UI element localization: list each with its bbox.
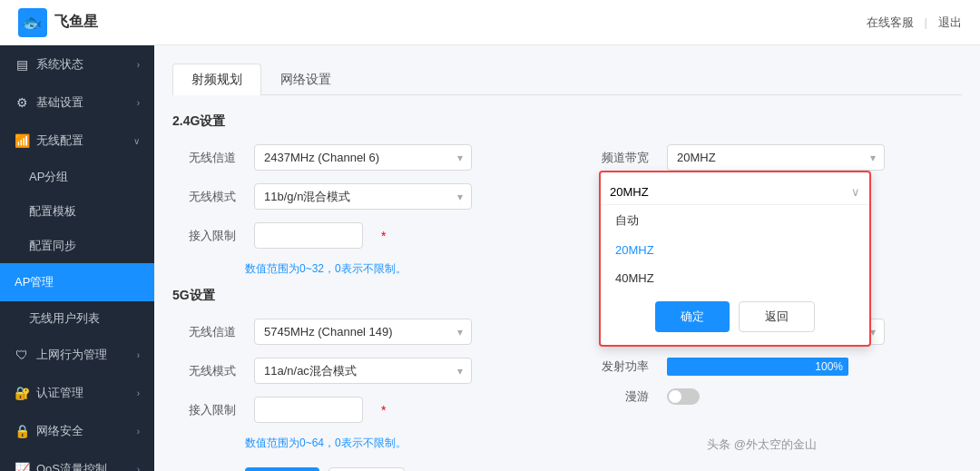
sidebar-label-auth: 认证管理 [36,385,83,401]
dropdown-option-40mhz[interactable]: 40MHZ [601,264,869,292]
5g-access-limit-input[interactable]: 0 [254,397,363,423]
hint-5g: 数值范围为0~64，0表示不限制。 [245,436,549,451]
form-row-5g-access-limit: 接入限制 0 * [172,397,549,423]
form-row-5g-roaming: 漫游 [585,388,962,405]
channel-label: 无线信道 [172,150,236,166]
basic-settings-icon: ⚙ [15,95,29,110]
security-icon: 🔒 [15,424,29,438]
mode-select[interactable]: 11b/g/n混合模式 [254,183,472,210]
chevron-icon: › [137,427,140,437]
sidebar-label-ap-group: AP分组 [29,169,68,185]
dropdown-selected-value: 20MHZ [610,185,649,199]
sidebar-item-qos[interactable]: 📈 QoS流量控制 › [0,450,154,471]
tab-bar: 射频规划 网络设置 [172,64,962,95]
sidebar-item-config-sync[interactable]: 配置同步 [0,229,154,263]
dropdown-actions: 确定 返回 [601,292,869,338]
chevron-icon: › [137,98,140,108]
bandwidth-select[interactable]: 20MHZ [667,144,885,171]
form-row-5g-channel: 无线信道 5745MHz (Channel 149) [172,319,549,345]
form-row-mode: 无线模式 11b/g/n混合模式 [172,183,549,210]
channel-select-wrapper[interactable]: 2437MHz (Channel 6) [254,144,472,171]
5g-mode-select[interactable]: 11a/n/ac混合模式 [254,358,472,384]
hint-2g: 数值范围为0~32，0表示不限制。 [245,261,549,277]
sidebar-item-config-template[interactable]: 配置模板 [0,194,154,229]
form-row-5g-mode: 无线模式 11a/n/ac混合模式 [172,358,549,384]
tx-power-value: 100% [815,360,843,373]
sidebar-item-basic-settings[interactable]: ⚙ 基础设置 › [0,83,154,122]
sidebar-item-wireless-config[interactable]: 📶 无线配置 ∨ [0,122,154,160]
5g-mode-select-wrapper[interactable]: 11a/n/ac混合模式 [254,358,472,384]
bandwidth-dropdown-overlay: 20MHZ ∨ 自动 20MHZ 40MHZ 确定 返回 [599,171,871,347]
logo-text: 飞鱼星 [54,13,98,32]
logo-icon: 🐟 [18,8,47,37]
online-service-link[interactable]: 在线客服 [867,15,914,31]
sidebar-label-qos: QoS流量控制 [36,461,107,471]
dropdown-option-auto[interactable]: 自动 [601,205,869,236]
mode-label: 无线模式 [172,189,236,205]
form-2g-left: 无线信道 2437MHz (Channel 6) 无线模式 11b/g/n混合模… [172,144,549,284]
form-row-bandwidth: 频道带宽 20MHZ [585,144,962,171]
dropdown-cancel-button[interactable]: 返回 [739,301,815,332]
sidebar: ▤ 系统状态 › ⚙ 基础设置 › 📶 无线配置 ∨ AP分组 配置模板 配 [0,45,154,471]
dropdown-header-row: 20MHZ ∨ [601,180,869,205]
bottom-confirm-bar: 确定 返回 [172,467,962,471]
sidebar-label-network-security: 网络安全 [36,423,83,439]
sidebar-item-ap-management[interactable]: AP管理 [0,263,154,301]
5g-roaming-label: 漫游 [585,388,649,405]
svg-text:🐟: 🐟 [22,13,43,33]
tab-rf-planning[interactable]: 射频规划 [172,64,261,95]
5g-channel-select[interactable]: 5745MHz (Channel 149) [254,319,472,345]
qos-icon: 📈 [15,462,29,471]
5g-channel-select-wrapper[interactable]: 5745MHz (Channel 149) [254,319,472,345]
dropdown-confirm-button[interactable]: 确定 [655,301,730,332]
form-5g-left: 无线信道 5745MHz (Channel 149) 无线模式 11a/n/ac… [172,319,549,458]
sidebar-label-system-status: 系统状态 [36,56,83,73]
wireless-icon: 📶 [15,133,29,148]
5g-channel-label: 无线信道 [172,324,236,340]
required-star-5g: * [381,403,386,417]
5g-txpower-label: 发射功率 [585,358,649,375]
channel-select[interactable]: 2437MHz (Channel 6) [254,144,472,171]
header: 🐟 飞鱼星 在线客服 | 退出 [0,0,980,45]
sidebar-item-network-security[interactable]: 🔒 网络安全 › [0,412,154,450]
sidebar-item-ap-group[interactable]: AP分组 [0,160,154,194]
logo: 🐟 飞鱼星 [18,8,98,37]
sidebar-item-wireless-user-list[interactable]: 无线用户列表 [0,301,154,336]
dropdown-option-20mhz[interactable]: 20MHZ [601,236,869,264]
form-row-channel: 无线信道 2437MHz (Channel 6) [172,144,549,171]
chevron-icon: › [137,60,140,70]
dropdown-chevron-icon: ∨ [851,185,860,199]
sidebar-label-wireless-config: 无线配置 [36,132,83,149]
main-layout: ▤ 系统状态 › ⚙ 基础设置 › 📶 无线配置 ∨ AP分组 配置模板 配 [0,45,980,471]
tab-network-settings[interactable]: 网络设置 [261,64,350,95]
sidebar-label-config-template: 配置模板 [29,203,76,220]
sidebar-label-ap-management: AP管理 [15,274,54,290]
behavior-icon: 🛡 [15,348,29,362]
sidebar-label-behavior: 上网行为管理 [36,347,107,363]
confirm-button-5g[interactable]: 确定 [245,467,319,471]
sidebar-label-basic-settings: 基础设置 [36,94,83,111]
section-2g-title: 2.4G设置 [172,113,962,130]
bandwidth-label: 频道带宽 [585,150,649,166]
tx-power-progress: 100% [667,358,848,376]
header-right: 在线客服 | 退出 [867,15,962,31]
content-area: 射频规划 网络设置 2.4G设置 无线信道 2437MHz (Channel 6… [154,45,980,471]
access-limit-input[interactable]: 0 [254,222,363,249]
system-status-icon: ▤ [15,57,29,72]
5g-access-limit-label: 接入限制 [172,402,236,418]
sidebar-item-behavior-management[interactable]: 🛡 上网行为管理 › [0,336,154,374]
tx-power-fill: 100% [667,358,848,376]
chevron-icon: › [137,465,140,472]
chevron-icon: › [137,388,140,398]
cancel-button-5g[interactable]: 返回 [328,467,405,471]
chevron-down-icon: ∨ [133,136,140,146]
bandwidth-select-wrapper[interactable]: 20MHZ [667,144,885,171]
header-divider: | [925,15,927,29]
sidebar-item-system-status[interactable]: ▤ 系统状态 › [0,45,154,83]
mode-select-wrapper[interactable]: 11b/g/n混合模式 [254,183,472,210]
logout-link[interactable]: 退出 [938,15,962,31]
sidebar-item-auth-management[interactable]: 🔐 认证管理 › [0,374,154,412]
access-limit-label: 接入限制 [172,228,236,244]
5g-roaming-toggle[interactable] [667,388,700,405]
form-row-5g-txpower: 发射功率 100% [585,358,962,376]
